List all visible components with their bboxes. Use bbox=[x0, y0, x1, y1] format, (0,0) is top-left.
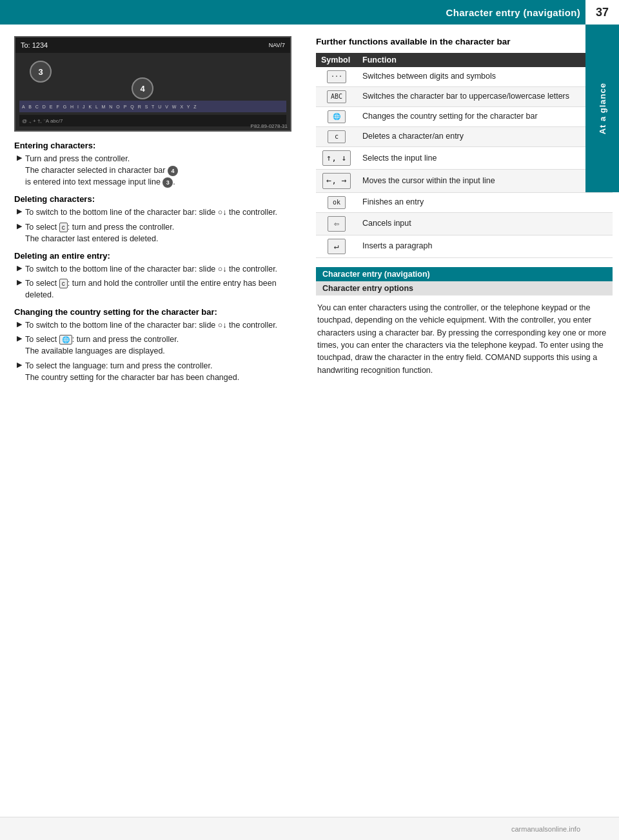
deleting-bullet-1-text: To switch to the bottom line of the char… bbox=[25, 206, 277, 218]
device-char-bar: A B C D E F G H I J K L M N O P Q R S T … bbox=[19, 101, 286, 112]
function-cell: Moves the cursor within the input line bbox=[357, 170, 613, 192]
deleting-entire-bullet-1-text: To switch to the bottom line of the char… bbox=[25, 263, 277, 275]
symbol-cell: ok bbox=[316, 192, 357, 212]
table-header-function: Function bbox=[357, 53, 613, 67]
function-text: Cancels input bbox=[362, 219, 411, 228]
ok-symbol: ok bbox=[328, 196, 346, 209]
bullet-arrow-icon: ▶ bbox=[17, 207, 22, 215]
device-top-right: NAV/7 bbox=[269, 42, 285, 48]
bullet-arrow-icon: ▶ bbox=[17, 264, 22, 272]
function-text: Moves the cursor within the input line bbox=[362, 176, 495, 185]
deleting-bullet-2-text: To select c: turn and press the controll… bbox=[25, 221, 174, 245]
symbol-cell: 🌐 bbox=[316, 107, 357, 127]
changing-country-bullet-1-text: To switch to the bottom line of the char… bbox=[25, 319, 277, 331]
function-text: Switches the character bar to uppercase/… bbox=[362, 92, 569, 101]
bullet-arrow-icon: ▶ bbox=[17, 222, 22, 230]
device-top-bar: To: 1234 NAV/7 bbox=[15, 37, 290, 53]
entering-characters-heading: Entering characters: bbox=[14, 141, 295, 150]
symbol-cell: ABC bbox=[316, 87, 357, 107]
changing-country-bullet-1: ▶ To switch to the bottom line of the ch… bbox=[14, 319, 295, 331]
bullet-arrow-icon: ▶ bbox=[17, 334, 22, 343]
deleting-entire-heading: Deleting an entire entry: bbox=[14, 251, 295, 261]
device-circle-3: 3 bbox=[30, 61, 52, 83]
table-row: ↵ Inserts a paragraph bbox=[316, 235, 613, 257]
function-text: Switches between digits and symbols bbox=[362, 72, 496, 81]
table-row: ⇦ Cancels input bbox=[316, 212, 613, 235]
device-top-text: To: 1234 bbox=[21, 41, 48, 49]
page-number: 37 bbox=[585, 0, 619, 25]
function-cell: Deletes a character/an entry bbox=[357, 127, 613, 147]
device-circle-4: 4 bbox=[132, 77, 153, 99]
table-row: ··· Switches between digits and symbols bbox=[316, 67, 613, 87]
symbol-cell: ←, → bbox=[316, 170, 357, 192]
circle-3-inline: 3 bbox=[162, 177, 173, 188]
function-cell: Cancels input bbox=[357, 212, 613, 235]
left-right-symbol: ←, → bbox=[322, 173, 350, 188]
symbol-cell: ⇦ bbox=[316, 212, 357, 235]
table-row: ok Finishes an entry bbox=[316, 192, 613, 212]
table-row: ↑, ↓ Selects the input line bbox=[316, 147, 613, 170]
function-cell: Selects the input line bbox=[357, 147, 613, 170]
function-cell: Switches the character bar to uppercase/… bbox=[357, 87, 613, 107]
deleting-bullet-1: ▶ To switch to the bottom line of the ch… bbox=[14, 206, 295, 218]
char-entry-body: You can enter characters using the contr… bbox=[316, 299, 613, 379]
changing-country-bullet-3: ▶ To select the language: turn and press… bbox=[14, 360, 295, 383]
paragraph-symbol: ↵ bbox=[328, 239, 346, 254]
function-text: Inserts a paragraph bbox=[362, 241, 432, 250]
circle-4-inline: 4 bbox=[168, 166, 178, 176]
bullet-arrow-icon: ▶ bbox=[17, 320, 22, 328]
entering-characters-section: Entering characters: ▶ Turn and press th… bbox=[14, 141, 295, 188]
function-text: Finishes an entry bbox=[362, 197, 424, 206]
changing-country-bullet-2: ▶ To select 🌐: turn and press the contro… bbox=[14, 334, 295, 357]
function-cell: Changes the country setting for the char… bbox=[357, 107, 613, 127]
char-entry-section: Character entry (navigation) Character e… bbox=[316, 267, 613, 379]
function-cell: Finishes an entry bbox=[357, 192, 613, 212]
globe-symbol: 🌐 bbox=[328, 110, 346, 123]
function-cell: Switches between digits and symbols bbox=[357, 67, 613, 87]
changing-country-bullet-3-text: To select the language: turn and press t… bbox=[25, 360, 239, 383]
table-row: ABC Switches the character bar to upperc… bbox=[316, 87, 613, 107]
deleting-entire-bullet-1: ▶ To switch to the bottom line of the ch… bbox=[14, 263, 295, 275]
bullet-arrow-icon: ▶ bbox=[17, 361, 22, 369]
up-down-symbol: ↑, ↓ bbox=[322, 150, 350, 166]
cancel-symbol: ⇦ bbox=[328, 216, 346, 232]
deleting-bullet-2: ▶ To select c: turn and press the contro… bbox=[14, 221, 295, 245]
deleting-entire-bullet-2-text: To select c: turn and hold the controlle… bbox=[25, 277, 295, 301]
header-bar: Character entry (navigation) bbox=[0, 0, 619, 25]
device-image-label: P82.89-0278-31 bbox=[251, 123, 288, 129]
abc-symbol: ABC bbox=[327, 90, 346, 103]
function-text: Changes the country setting for the char… bbox=[362, 112, 538, 121]
functions-table: Symbol Function ··· Switches between dig… bbox=[316, 53, 613, 258]
symbol-cell: ↑, ↓ bbox=[316, 147, 357, 170]
char-entry-header: Character entry (navigation) bbox=[316, 267, 613, 281]
table-header-symbol: Symbol bbox=[316, 53, 357, 67]
char-options-header: Character entry options bbox=[316, 281, 613, 295]
dots-symbol: ··· bbox=[327, 70, 346, 83]
table-row: 🌐 Changes the country setting for the ch… bbox=[316, 107, 613, 127]
further-functions-heading: Further functions available in the chara… bbox=[316, 36, 613, 48]
side-tab-label: At a glance bbox=[598, 83, 607, 134]
left-column: To: 1234 NAV/7 3 4 A B C D E F G H I J K… bbox=[0, 36, 310, 386]
function-text: Deletes a character/an entry bbox=[362, 132, 464, 141]
function-text: Selects the input line bbox=[362, 154, 437, 163]
right-column: Further functions available in the chara… bbox=[310, 36, 619, 386]
symbol-cell: ↵ bbox=[316, 235, 357, 257]
changing-country-bullet-2-text: To select 🌐: turn and press the controll… bbox=[25, 334, 179, 357]
entering-bullet-1-text: Turn and press the controller. The chara… bbox=[25, 153, 178, 188]
device-screenshot: To: 1234 NAV/7 3 4 A B C D E F G H I J K… bbox=[14, 36, 291, 132]
deleting-entire-bullet-2: ▶ To select c: turn and hold the control… bbox=[14, 277, 295, 301]
header-title: Character entry (navigation) bbox=[446, 7, 580, 18]
device-bottom-bar: @ ., + †, ⁻A abc/7 bbox=[19, 115, 286, 126]
c-symbol: c bbox=[328, 130, 346, 143]
symbol-cell: ··· bbox=[316, 67, 357, 87]
main-content: To: 1234 NAV/7 3 4 A B C D E F G H I J K… bbox=[0, 25, 619, 386]
table-row: c Deletes a character/an entry bbox=[316, 127, 613, 147]
symbol-cell: c bbox=[316, 127, 357, 147]
table-row: ←, → Moves the cursor within the input l… bbox=[316, 170, 613, 192]
deleting-entire-section: Deleting an entire entry: ▶ To switch to… bbox=[14, 251, 295, 301]
deleting-characters-heading: Deleting characters: bbox=[14, 194, 295, 204]
changing-country-section: Changing the country setting for the cha… bbox=[14, 307, 295, 383]
changing-country-heading: Changing the country setting for the cha… bbox=[14, 307, 295, 317]
deleting-characters-section: Deleting characters: ▶ To switch to the … bbox=[14, 194, 295, 244]
footer-logo: carmanualsonline.info bbox=[511, 825, 580, 833]
